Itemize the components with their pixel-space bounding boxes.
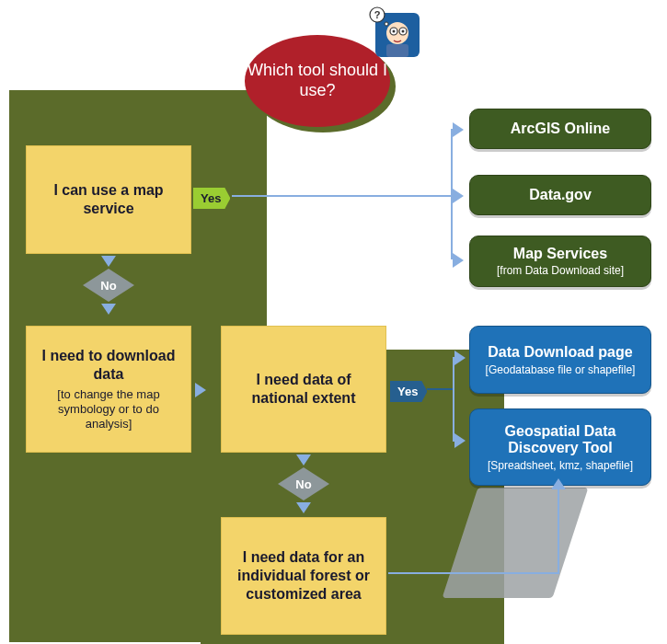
connector-blue-vert [453, 357, 454, 442]
arrow-up-to-discovery [551, 478, 566, 489]
person-thinking-icon: ? [368, 6, 427, 64]
tool-data-gov[interactable]: Data.gov [469, 175, 651, 215]
yes-label-1: Yes [201, 191, 221, 205]
decision-download-text: I need to download data [38, 347, 179, 384]
svg-point-4 [393, 30, 396, 33]
decision-individual-forest: I need data for an individual forest or … [221, 517, 386, 635]
no-label-2: No [295, 477, 311, 491]
arrow-down-1b [101, 304, 116, 315]
tool-data-download-page[interactable]: Data Download page [Geodatabase file or … [469, 326, 651, 394]
flowchart-canvas: Which tool should I use? ? I can use a m… [0, 0, 667, 644]
decision-map-service: I can use a map service [26, 145, 191, 254]
arrow-to-discovery [454, 433, 466, 448]
arrow-right-d2d3 [195, 383, 206, 397]
connector-d4-v [558, 489, 559, 574]
arrow-down-1 [101, 256, 116, 267]
tool-datadownload-sub: [Geodatabase file or shapefile] [486, 363, 636, 376]
decision-download-sub: [to change the map symbology or to do an… [38, 387, 179, 432]
tool-datadownload-text: Data Download page [488, 344, 632, 361]
connector-green-vert [451, 129, 453, 259]
tool-geospatial-discovery[interactable]: Geospatial Data Discovery Tool [Spreadsh… [469, 408, 651, 486]
tool-discovery-text: Geospatial Data Discovery Tool [481, 423, 639, 456]
connector-d4-h [388, 572, 559, 574]
yes-label-2: Yes [397, 385, 418, 398]
decision-forest-text: I need data for an individual forest or … [233, 548, 374, 604]
connector-yes2 [427, 388, 454, 390]
decision-map-service-text: I can use a map service [38, 181, 179, 218]
decision-download-data: I need to download data [to change the m… [26, 326, 191, 453]
tool-mapservices-sub: [from Data Download site] [497, 264, 624, 277]
arrow-to-datadownload [454, 351, 466, 365]
arrow-to-arcgis [453, 122, 464, 137]
connector-yes1 [232, 195, 453, 197]
decision-national-extent: I need data of national extent [221, 326, 386, 453]
decision-national-text: I need data of national extent [233, 371, 374, 408]
arrow-down-2b [296, 502, 311, 513]
tool-datagov-text: Data.gov [529, 187, 592, 203]
svg-point-5 [402, 30, 405, 33]
tool-mapservices-text: Map Services [513, 246, 607, 262]
arrow-to-green [453, 189, 464, 203]
title-text: Which tool should I use? [245, 61, 390, 100]
yes-tag-national: Yes [390, 381, 427, 402]
tool-map-services[interactable]: Map Services [from Data Download site] [469, 236, 651, 287]
svg-text:?: ? [374, 9, 381, 20]
no-label-1: No [100, 279, 116, 293]
svg-point-9 [385, 22, 388, 26]
arrow-down-2 [296, 454, 311, 466]
tool-discovery-sub: [Spreadsheet, kmz, shapefile] [488, 459, 633, 472]
svg-rect-6 [386, 44, 408, 57]
tool-arcgis-text: ArcGIS Online [511, 121, 610, 137]
tool-arcgis-online[interactable]: ArcGIS Online [469, 109, 651, 149]
yes-tag-map-service: Yes [193, 188, 230, 209]
arrow-to-mapservices [453, 253, 464, 268]
